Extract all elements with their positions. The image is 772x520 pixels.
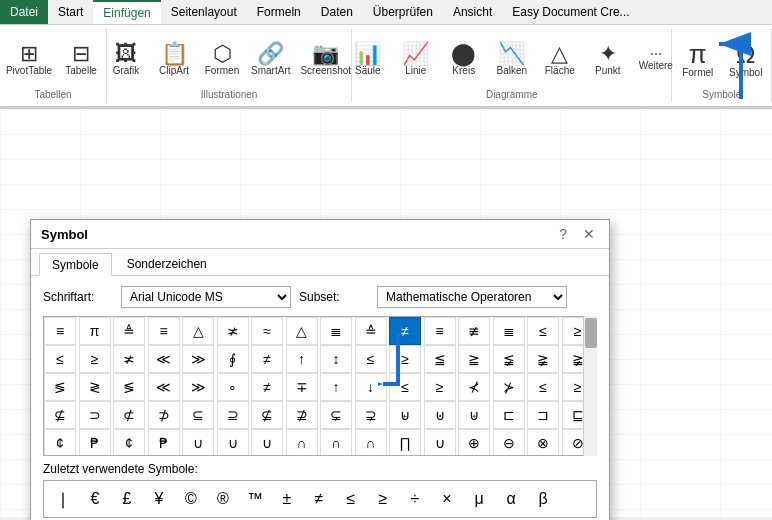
symbol-cell[interactable]: ⊁: [493, 373, 525, 401]
tab-einfuegen[interactable]: Einfügen: [93, 0, 160, 24]
tab-daten[interactable]: Daten: [311, 0, 363, 24]
symbol-cell[interactable]: △: [286, 317, 318, 345]
symbol-cell[interactable]: ≭: [217, 317, 249, 345]
symbol-cell[interactable]: ≤: [355, 345, 387, 373]
symbol-cell[interactable]: ⊊: [320, 401, 352, 429]
recent-symbol[interactable]: ±: [272, 485, 302, 513]
symbol-cell[interactable]: ≶: [44, 373, 76, 401]
symbol-cell[interactable]: ∮: [217, 345, 249, 373]
symbol-cell[interactable]: ⊏: [493, 401, 525, 429]
symbol-cell[interactable]: ≙: [355, 317, 387, 345]
tab-datei[interactable]: Datei: [0, 0, 48, 24]
symbol-cell[interactable]: ∩: [286, 429, 318, 456]
symbol-cell[interactable]: ∪: [251, 429, 283, 456]
schriftart-select[interactable]: Arial Unicode MS: [121, 286, 291, 308]
linie-button[interactable]: 📈 Linie: [393, 31, 439, 87]
tab-start[interactable]: Start: [48, 0, 93, 24]
symbol-cell[interactable]: ≥: [389, 345, 421, 373]
recent-symbol[interactable]: ÷: [400, 485, 430, 513]
symbol-cell[interactable]: ¢: [44, 429, 76, 456]
symbol-cell[interactable]: ∪: [182, 429, 214, 456]
symbol-cell[interactable]: ⊍: [424, 401, 456, 429]
clipart-button[interactable]: 📋 ClipArt: [151, 31, 197, 87]
formen-button[interactable]: ⬡ Formen: [199, 31, 245, 87]
symbol-cell[interactable]: ⊖: [493, 429, 525, 456]
symbol-cell[interactable]: ↑: [320, 373, 352, 401]
symbol-cell[interactable]: ≤: [44, 345, 76, 373]
recent-symbol[interactable]: ¥: [144, 485, 174, 513]
grid-scrollbar[interactable]: [583, 316, 597, 456]
tab-sonderzeichen[interactable]: Sonderzeichen: [114, 253, 220, 275]
symbol-cell[interactable]: ∪: [424, 429, 456, 456]
recent-symbol[interactable]: ≥: [368, 485, 398, 513]
balken-button[interactable]: 📉 Balken: [489, 31, 535, 87]
recent-symbol[interactable]: α: [496, 485, 526, 513]
recent-symbol[interactable]: £: [112, 485, 142, 513]
symbol-cell[interactable]: ≢: [458, 317, 490, 345]
tab-ueberpruefen[interactable]: Überprüfen: [363, 0, 443, 24]
symbol-cell[interactable]: ∓: [286, 373, 318, 401]
kreis-button[interactable]: ⬤ Kreis: [441, 31, 487, 87]
dialog-help-button[interactable]: ?: [555, 226, 571, 242]
symbol-cell[interactable]: ⊌: [389, 401, 421, 429]
symbol-button[interactable]: Ω Symbol: [723, 31, 769, 87]
punkt-button[interactable]: ✦ Punkt: [585, 31, 631, 87]
symbol-cell[interactable]: ¢: [113, 429, 145, 456]
symbol-cell[interactable]: ≡: [424, 317, 456, 345]
symbol-cell[interactable]: ∏: [389, 429, 421, 456]
symbol-cell[interactable]: ∩: [320, 429, 352, 456]
symbol-cell[interactable]: ₱: [148, 429, 180, 456]
symbol-cell[interactable]: ≜: [113, 317, 145, 345]
symbol-cell[interactable]: ≡: [148, 317, 180, 345]
symbol-cell[interactable]: △: [182, 317, 214, 345]
symbol-cell[interactable]: ≥: [424, 373, 456, 401]
subset-select[interactable]: Mathematische Operatoren: [377, 286, 567, 308]
smartart-button[interactable]: 🔗 SmartArt: [247, 31, 294, 87]
symbol-cell[interactable]: ≡: [44, 317, 76, 345]
symbol-cell[interactable]: ⊆: [182, 401, 214, 429]
symbol-cell[interactable]: ≷: [79, 373, 111, 401]
symbol-cell[interactable]: ≶: [113, 373, 145, 401]
recent-symbol[interactable]: ®: [208, 485, 238, 513]
symbol-cell[interactable]: ≤: [527, 373, 559, 401]
symbol-cell[interactable]: ⊀: [458, 373, 490, 401]
symbol-cell[interactable]: ↓: [355, 373, 387, 401]
recent-symbol[interactable]: €: [80, 485, 110, 513]
recent-symbol[interactable]: β: [528, 485, 558, 513]
symbol-grid[interactable]: ≡π≜≡△≭≈△≣≙≠≡≢≣≤≥≤≥≭≪≫∮≠↑↕≤≥≦≧≨≩≩≶≷≶≪≫∘≠∓…: [43, 316, 597, 456]
symbol-cell[interactable]: ≤: [389, 373, 421, 401]
flaeche-button[interactable]: △ Fläche: [537, 31, 583, 87]
symbol-cell[interactable]: ⊉: [286, 401, 318, 429]
symbol-cell[interactable]: ≨: [493, 345, 525, 373]
symbol-cell[interactable]: ≤: [527, 317, 559, 345]
symbol-cell[interactable]: ⊈: [44, 401, 76, 429]
symbol-cell[interactable]: ⊈: [251, 401, 283, 429]
symbol-cell[interactable]: ⊃: [79, 401, 111, 429]
symbol-cell[interactable]: ↑: [286, 345, 318, 373]
symbol-cell[interactable]: ⊇: [217, 401, 249, 429]
symbol-cell[interactable]: ∘: [217, 373, 249, 401]
recent-symbol[interactable]: ™: [240, 485, 270, 513]
symbol-cell[interactable]: ≫: [182, 345, 214, 373]
symbol-cell[interactable]: ≧: [458, 345, 490, 373]
symbol-cell[interactable]: ≩: [527, 345, 559, 373]
symbol-cell[interactable]: ≣: [493, 317, 525, 345]
symbol-cell[interactable]: ∩: [355, 429, 387, 456]
tab-formeln[interactable]: Formeln: [247, 0, 311, 24]
symbol-cell[interactable]: ⊐: [527, 401, 559, 429]
symbol-cell[interactable]: ⊅: [148, 401, 180, 429]
pivottable-button[interactable]: ⊞ PivotTable: [2, 31, 56, 87]
tabelle-button[interactable]: ⊟ Tabelle: [58, 31, 104, 87]
formel-button[interactable]: π Formel: [675, 31, 721, 87]
recent-symbol[interactable]: ×: [432, 485, 462, 513]
symbol-cell[interactable]: ≦: [424, 345, 456, 373]
tab-ansicht[interactable]: Ansicht: [443, 0, 502, 24]
symbol-cell[interactable]: ≠: [389, 317, 421, 345]
tab-seitenlayout[interactable]: Seitenlayout: [161, 0, 247, 24]
symbol-cell[interactable]: ⊎: [458, 401, 490, 429]
symbol-cell[interactable]: ≪: [148, 373, 180, 401]
symbol-cell[interactable]: π: [79, 317, 111, 345]
symbol-cell[interactable]: ≪: [148, 345, 180, 373]
tab-easydoc[interactable]: Easy Document Cre...: [502, 0, 639, 24]
dialog-close-button[interactable]: ✕: [579, 226, 599, 242]
